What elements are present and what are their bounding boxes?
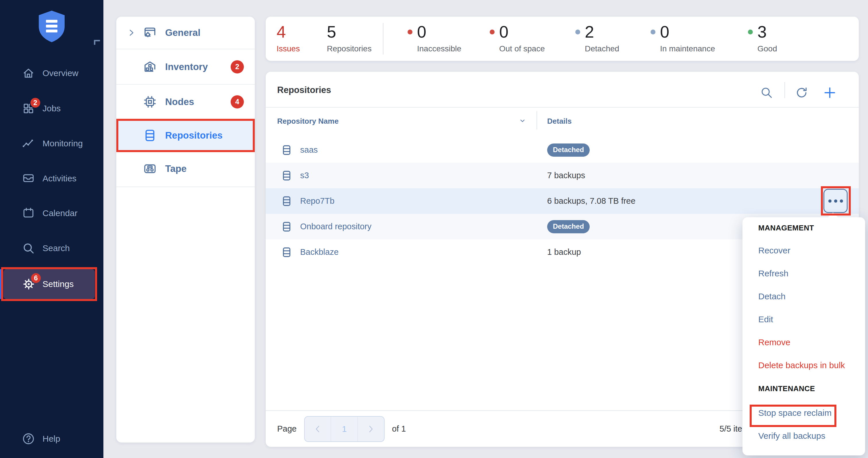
tape-cassette-icon	[143, 162, 157, 176]
status-dot-red	[408, 30, 412, 34]
app-shield-logo	[37, 10, 67, 44]
main-sidebar: Overview 2 Jobs Monitoring Activities	[0, 0, 103, 458]
menu-item-remove[interactable]: Remove	[742, 331, 865, 354]
sidebar-item-settings[interactable]: 6 Settings	[3, 269, 95, 299]
sidebar-item-search[interactable]: Search	[0, 239, 103, 258]
general-window-gear-icon	[143, 26, 157, 40]
settings-nav-item-general[interactable]: General	[116, 17, 255, 49]
settings-nav-label: Nodes	[165, 96, 194, 107]
repository-name-link[interactable]: Backblaze	[300, 248, 339, 257]
status-badge-detached: Detached	[547, 143, 590, 157]
stat-label: Issues	[277, 44, 300, 53]
divider	[784, 82, 785, 98]
stat-detached: 2 Detached	[575, 23, 619, 53]
next-page-button[interactable]	[357, 417, 384, 441]
repository-details: 6 backups, 7.08 TB free	[547, 196, 636, 206]
repository-details: 7 backups	[547, 171, 585, 180]
settings-nav-item-inventory[interactable]: Inventory 2	[116, 50, 255, 84]
status-badge-detached: Detached	[547, 220, 590, 233]
settings-nav-label: General	[165, 27, 200, 38]
calendar-icon	[22, 207, 35, 220]
add-repository-icon[interactable]	[823, 86, 836, 99]
page-label: Page	[277, 424, 297, 434]
stat-value: 2	[585, 23, 594, 41]
more-actions-button[interactable]	[824, 189, 847, 213]
repository-name-link[interactable]: Onboard repository	[300, 222, 371, 231]
stat-in-maintenance: 0 In maintenance	[651, 23, 715, 53]
sidebar-item-jobs[interactable]: 2 Jobs	[0, 99, 103, 118]
divider	[116, 119, 255, 119]
divider	[383, 23, 383, 55]
sidebar-item-help[interactable]: Help	[0, 429, 103, 448]
sidebar-item-monitoring[interactable]: Monitoring	[0, 134, 103, 153]
stat-value: 4	[277, 23, 300, 41]
sidebar-item-label: Calendar	[42, 208, 78, 218]
sidebar-item-overview[interactable]: Overview	[0, 64, 103, 83]
repository-context-menu: MANAGEMENT Recover Refresh Detach Edit R…	[742, 217, 865, 455]
jobs-grid-icon: 2	[22, 102, 35, 115]
menu-item-detach[interactable]: Detach	[742, 285, 865, 308]
ellipsis-icon	[834, 199, 837, 203]
menu-section-header: MAINTENANCE	[742, 380, 865, 397]
stat-value: 3	[757, 23, 767, 41]
panel-header: Repositories	[266, 72, 859, 108]
previous-page-button[interactable]	[305, 417, 331, 441]
inventory-warehouse-icon	[143, 60, 157, 74]
sidebar-item-activities[interactable]: Activities	[0, 169, 103, 188]
pagination-control: 1	[304, 416, 384, 442]
menu-item-delete-backups-in-bulk[interactable]: Delete backups in bulk	[742, 354, 865, 377]
jobs-badge: 2	[30, 97, 41, 108]
stat-value: 0	[660, 23, 669, 41]
table-row[interactable]: saas Detached	[266, 137, 859, 163]
settings-nav-item-nodes[interactable]: Nodes 4	[116, 85, 255, 119]
settings-nav-label: Inventory	[165, 61, 208, 72]
menu-item-edit[interactable]: Edit	[742, 308, 865, 331]
monitoring-chart-icon	[22, 137, 35, 150]
status-dot-slate	[651, 30, 655, 34]
chevron-right-icon[interactable]	[128, 28, 135, 37]
repository-database-icon	[281, 144, 293, 156]
search-icon	[22, 241, 35, 255]
home-icon	[22, 67, 35, 80]
status-dot-slate	[575, 30, 580, 34]
settings-nav-panel: General Inventory 2 Nodes 4	[116, 17, 255, 443]
sidebar-item-label: Search	[42, 243, 70, 253]
sidebar-item-label: Overview	[42, 68, 79, 78]
divider	[116, 187, 255, 187]
repository-name-link[interactable]: Repo7Tb	[300, 196, 334, 206]
current-page-indicator[interactable]: 1	[331, 417, 357, 441]
nodes-cpu-icon	[143, 95, 157, 109]
sidebar-item-calendar[interactable]: Calendar	[0, 204, 103, 223]
collapse-sidebar-icon[interactable]	[94, 40, 100, 45]
search-icon[interactable]	[760, 86, 773, 99]
sidebar-item-label: Help	[42, 434, 60, 444]
menu-item-recover[interactable]: Recover	[742, 239, 865, 262]
refresh-icon[interactable]	[795, 86, 808, 99]
settings-nav-item-tape[interactable]: Tape	[116, 151, 255, 187]
activities-tray-icon	[22, 172, 35, 185]
stat-repositories-total: 5 Repositories	[327, 23, 372, 53]
status-dot-red	[490, 30, 495, 34]
ellipsis-icon	[840, 199, 843, 203]
active-item-accent-bar	[0, 269, 3, 299]
panel-title: Repositories	[277, 85, 331, 95]
menu-item-stop-space-reclaim[interactable]: Stop space reclaim	[742, 401, 865, 424]
status-dot-green	[748, 30, 753, 34]
sidebar-item-label: Activities	[42, 174, 76, 184]
repository-name-link[interactable]: s3	[300, 171, 309, 180]
menu-item-refresh[interactable]: Refresh	[742, 262, 865, 285]
repository-name-link[interactable]: saas	[300, 145, 318, 155]
table-row-selected[interactable]: Repo7Tb 6 backups, 7.08 TB free	[266, 188, 859, 214]
stat-value: 0	[417, 23, 426, 41]
repository-database-icon	[281, 221, 293, 233]
column-header-repository-name[interactable]: Repository Name	[277, 117, 339, 126]
settings-nav-item-repositories[interactable]: Repositories	[116, 120, 255, 151]
menu-item-verify-all-backups[interactable]: Verify all backups	[742, 424, 865, 447]
nodes-badge: 4	[230, 95, 244, 108]
repository-database-icon	[281, 246, 293, 258]
stat-value: 0	[499, 23, 508, 41]
table-row[interactable]: s3 7 backups	[266, 163, 859, 188]
sidebar-item-label: Monitoring	[42, 139, 83, 149]
sort-chevron-down-icon[interactable]	[518, 116, 527, 125]
page-count-label: of 1	[392, 424, 406, 434]
